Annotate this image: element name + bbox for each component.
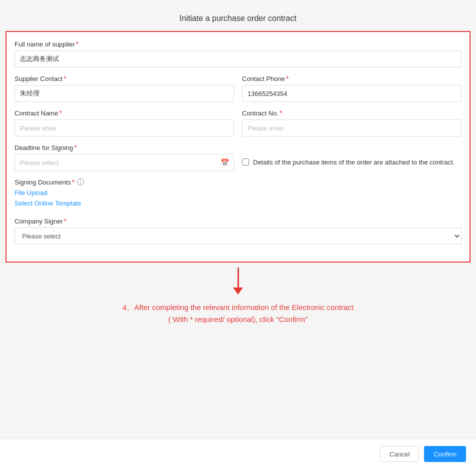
supplier-label: Full name of supplier * (14, 40, 462, 48)
signing-docs-right-col (242, 178, 462, 210)
signing-docs-row: Signing Documents * i File Upload Select… (14, 178, 462, 210)
contract-no-col: Contract No. * (242, 109, 462, 136)
signing-docs-col: Signing Documents * i File Upload Select… (14, 178, 234, 210)
supplier-row: Full name of supplier * (14, 40, 462, 68)
contact-phone-col: Contact Phone * (242, 74, 462, 102)
deadline-input[interactable] (14, 154, 234, 171)
arrow-line (238, 268, 239, 288)
deadline-checkbox-row: Deadline for Signing * 📅 Details of the … (14, 144, 462, 171)
deadline-input-wrapper: 📅 (14, 154, 234, 171)
footer-bar: Cancel Confirm (0, 438, 476, 469)
attach-details-checkbox[interactable] (242, 158, 249, 166)
contact-row: Supplier Contact * Contact Phone * (14, 74, 462, 102)
form-container: Full name of supplier * Supplier Contact… (6, 31, 470, 262)
confirm-button[interactable]: Confirm (424, 446, 466, 462)
contract-name-no-row: Contract Name * Contract No. * (14, 109, 462, 136)
info-icon[interactable]: i (77, 178, 84, 186)
cancel-button[interactable]: Cancel (380, 446, 419, 462)
contact-phone-label: Contact Phone * (242, 74, 462, 82)
contact-phone-input[interactable] (242, 85, 462, 102)
contract-no-input[interactable] (242, 120, 462, 136)
attach-details-label: Details of the purchase items of the ord… (253, 158, 454, 168)
contract-name-input[interactable] (14, 120, 234, 136)
company-signer-label: Company Signer * (14, 217, 462, 225)
arrow-head (233, 288, 243, 294)
deadline-col: Deadline for Signing * 📅 (14, 144, 234, 171)
deadline-label: Deadline for Signing * (14, 144, 234, 152)
instruction-text: 4、After completing the relevant informat… (122, 302, 354, 326)
arrow-section (233, 268, 243, 294)
company-signer-select[interactable]: Please select (14, 228, 462, 244)
select-template-button[interactable]: Select Online Template (14, 200, 81, 207)
page-title: Initiate a purchase order contract (180, 14, 296, 23)
supplier-contact-label: Supplier Contact * (14, 74, 234, 82)
supplier-contact-input[interactable] (14, 85, 234, 102)
company-signer-row: Company Signer * Please select (14, 217, 462, 244)
contract-name-label: Contract Name * (14, 109, 234, 117)
contract-no-label: Contract No. * (242, 109, 462, 117)
contract-name-col: Contract Name * (14, 109, 234, 136)
supplier-contact-col: Supplier Contact * (14, 74, 234, 102)
supplier-input[interactable] (14, 50, 462, 68)
checkbox-col: Details of the purchase items of the ord… (242, 144, 462, 171)
signing-docs-label: Signing Documents * i (14, 178, 234, 186)
file-upload-button[interactable]: File Upload (14, 189, 48, 196)
